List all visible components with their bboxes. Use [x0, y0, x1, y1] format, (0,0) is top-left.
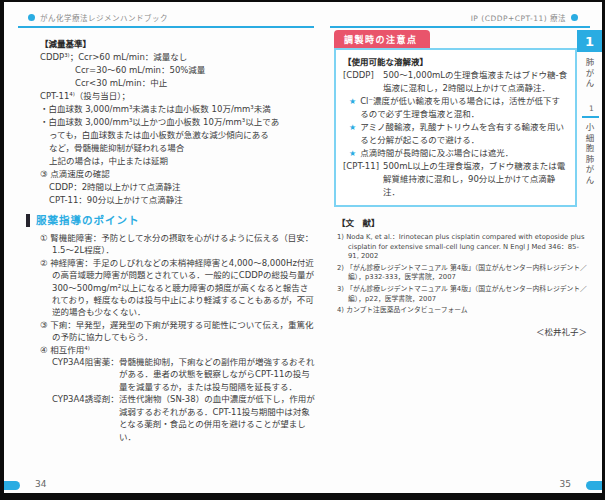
cyp3a4-inducer-text: 活性代謝物（SN-38）の血中濃度が低下し，作用が減弱するおそれがある．CPT-… [119, 393, 316, 443]
page-number-pill [586, 481, 602, 490]
chapter-label: 肺がん [583, 58, 595, 90]
star-icon: ★ [349, 121, 356, 147]
cyp3a4-inhibitor-label: CYP3A4阻害薬： [52, 356, 119, 393]
chapter-tab: 1 [577, 30, 602, 52]
cyp3a4-inhibitor-row: CYP3A4阻害薬： 骨髄機能抑制，下痢などの副作用が増強するおそれがある．患者… [52, 356, 316, 393]
scanned-book-spread: がん化学療法レジメンハンドブック IP (CDDP+CPT-11) 療法 【減量… [0, 0, 605, 500]
guidance-title: 服薬指導のポイント [36, 214, 140, 227]
references-section: 【文 献】 1) Noda K, et al.：Irinotecan plus … [337, 216, 589, 337]
guidance-item: ① 腎機能障害：予防として水分の摂取を心がけるように伝える（目安：1.5〜2L程… [40, 232, 316, 257]
regimen-title: IP (CDDP+CPT-11) 療法 [471, 12, 566, 23]
page-number-pill [4, 481, 20, 490]
cddp-solvent-text: 500〜1,000mLの生理食塩液またはブドウ糖-食塩液に混和し，2時間以上かけ… [383, 69, 568, 95]
book-title: がん化学療法レジメンハンドブック [40, 12, 168, 23]
reference-item: 1) Noda K, et al.：Irinotecan plus cispla… [337, 233, 589, 262]
reduction-line: CPT-11⁴⁾（投与当日）； [40, 90, 316, 103]
book-pages: がん化学療法レジメンハンドブック IP (CDDP+CPT-11) 療法 【減量… [4, 2, 602, 493]
guidance-item: ② 神経障害：手足のしびれなどの末梢神経障害と4,000〜8,000Hz付近の高… [40, 257, 316, 319]
left-running-head: がん化学療法レジメンハンドブック [28, 12, 168, 23]
reduction-line: 上記の場合は，中止または延期 [40, 155, 316, 168]
right-header-rule [330, 26, 590, 28]
cpt11-solvent-row: [CPT-11] 500mL以上の生理食塩液，ブドウ糖液または電解質維持液に混和… [343, 160, 568, 199]
star-icon: ★ [349, 95, 356, 121]
cyp3a4-inducer-label: CYP3A4誘導剤： [52, 393, 119, 443]
section-number: 1 [589, 104, 594, 113]
reduction-line: CDDP：2時間以上かけて点滴静注 [40, 181, 316, 194]
cpt11-label: [CPT-11] [343, 160, 383, 199]
right-running-head: IP (CDDP+CPT-11) 療法 [471, 12, 578, 23]
section-label: 小細胞肺がん [583, 123, 595, 186]
preparation-notes-tab: 調製時の注意点 [334, 30, 430, 50]
cyp3a4-inducer-row: CYP3A4誘導剤： 活性代謝物（SN-38）の血中濃度が低下し，作用が減弱する… [52, 393, 316, 443]
reference-item: 3) 「がん診療レジデントマニュアル 第4版」（国立がんセンター内科レジデント／… [337, 285, 589, 304]
section-divider [582, 116, 599, 118]
header-bullet-icon [571, 14, 578, 21]
reduction-line: ・白血球数 3,000/mm³未満または血小板数 10万/mm³未満 [40, 103, 316, 116]
reduction-line: Ccr<30 mL/min：中止 [40, 77, 316, 90]
reduction-line: CPT-11：90分以上かけて点滴静注 [40, 194, 316, 207]
reduction-line: Ccr=30〜60 mL/min：50%減量 [40, 64, 316, 77]
author-credit: ＜松井礼子＞ [337, 325, 589, 337]
guidance-item: ③ 下痢：早発型，遅発型の下痢が発現する可能性について伝え，重篤化の予防に協力し… [40, 319, 316, 344]
cddp-label: [CDDP] [343, 69, 383, 95]
right-page-number: 35 [560, 479, 571, 489]
cddp-solvent-row: [CDDP] 500〜1,000mLの生理食塩液またはブドウ糖-食塩液に混和し，… [343, 69, 568, 95]
reduction-line: ③ 点滴速度の確認 [40, 168, 316, 181]
note-item: ★ Cl⁻濃度が低い輸液を用いる場合には，活性が低下するので必ず生理食塩液と混和… [343, 95, 568, 121]
references-heading: 【文 献】 [337, 216, 589, 228]
guidance-section-header: 服薬指導のポイント [26, 214, 316, 227]
reduction-line: CDDP³⁾；Ccr>60 mL/min：減量なし [40, 51, 316, 64]
solvent-heading: 【使用可能な溶解液】 [343, 56, 568, 69]
note-item: ★ 点滴時間が長時間に及ぶ場合には遮光． [343, 147, 568, 160]
note-item: ★ アミノ酸輸液，乳酸ナトリウムを含有する輸液を用いると分解が起こるので避ける． [343, 121, 568, 147]
preparation-notes-box: 【使用可能な溶解液】 [CDDP] 500〜1,000mLの生理食塩液またはブド… [334, 48, 577, 207]
reduction-line: ・白血球数 3,000/mm³以上かつ血小板数 10万/mm³以上であ [40, 116, 316, 129]
left-page-number: 34 [35, 479, 46, 489]
guidance-item: ④ 相互作用⁴⁾ [40, 344, 316, 356]
section-bar [26, 214, 30, 227]
cyp3a4-inhibitor-text: 骨髄機能抑制，下痢などの副作用が増強するおそれがある．患者の状態を観察しながらC… [119, 356, 316, 393]
cpt11-solvent-text: 500mL以上の生理食塩液，ブドウ糖液または電解質維持液に混和し，90分以上かけ… [383, 160, 568, 199]
left-header-rule [18, 26, 314, 28]
star-icon: ★ [349, 147, 356, 160]
header-bullet-icon [28, 14, 35, 21]
reduction-line: っても，白血球数または血小板数が急激な減少傾向にある [40, 129, 316, 142]
reference-item: 4) カンプト注医薬品インタビューフォーム [337, 306, 589, 316]
reduction-heading: 【減量基準】 [40, 38, 316, 51]
left-page-content: 【減量基準】 CDDP³⁾；Ccr>60 mL/min：減量なし Ccr=30〜… [40, 38, 316, 443]
reduction-line: など，骨髄機能抑制が疑われる場合 [40, 142, 316, 155]
reference-item: 2) 「がん診療レジデントマニュアル 第4版」（国立がんセンター内科レジデント／… [337, 264, 589, 283]
